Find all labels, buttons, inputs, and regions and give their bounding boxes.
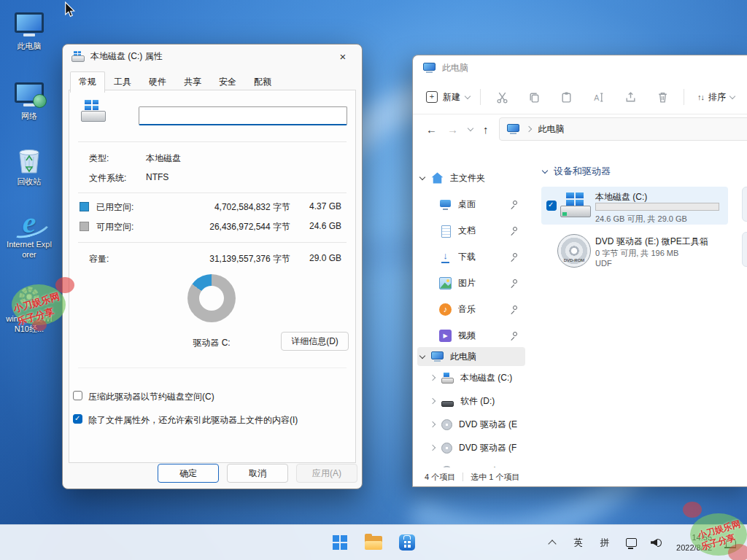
capacity-label: 容量:: [89, 253, 109, 265]
gear-icon: [6, 281, 53, 312]
drive-tile-dvd-e[interactable]: DVD-ROM DVD 驱动器 (E:) 微PE工具箱 0 字节 可用, 共 1…: [541, 230, 728, 271]
item-checkbox[interactable]: [546, 201, 557, 211]
sidebar-item-this-pc[interactable]: 此电脑: [417, 347, 525, 366]
desktop-icon-this-pc[interactable]: 此电脑: [6, 9, 53, 52]
tab-hardware[interactable]: 硬件: [140, 71, 175, 93]
tab-sharing[interactable]: 共享: [175, 71, 210, 93]
sidebar-item-home[interactable]: 主文件夹: [417, 166, 525, 190]
volume-label-input[interactable]: [139, 106, 347, 125]
up-button[interactable]: ↑: [483, 123, 489, 136]
dialog-tabs: 常规 工具 硬件 共享 安全 配额: [70, 71, 280, 93]
details-button[interactable]: 详细信息(D): [281, 332, 349, 351]
paste-button[interactable]: [555, 86, 577, 108]
cancel-button[interactable]: 取消: [227, 464, 288, 483]
chevron-down-icon: [542, 167, 548, 173]
dialog-titlebar[interactable]: 本地磁盘 (C:) 属性: [63, 44, 362, 68]
explorer-toolbar: + 新建 A ↑↓: [413, 80, 747, 114]
sidebar-item-label: 本地磁盘 (C:): [460, 372, 512, 384]
desktop-icon-label: win11恢复WIN10经...: [6, 314, 53, 335]
pictures-icon: [439, 277, 452, 289]
sidebar-item-pictures[interactable]: 图片: [417, 271, 525, 295]
taskbar-file-explorer[interactable]: [359, 528, 388, 557]
taskbar-clock[interactable]: 14:55 2022/8/12: [672, 532, 716, 553]
drive-tile-local-disk-c[interactable]: 本地磁盘 (C:) 24.6 GB 可用, 共 29.0 GB: [541, 187, 728, 225]
ime-language-indicator[interactable]: 英: [567, 529, 590, 556]
sort-icon: ↑↓: [697, 93, 704, 101]
delete-button[interactable]: [651, 86, 673, 108]
tab-tools[interactable]: 工具: [105, 71, 140, 93]
sidebar-item-videos[interactable]: ▶ 视频: [417, 324, 525, 347]
sidebar-item-documents[interactable]: 文档: [417, 219, 525, 242]
desktop-icon-internet-explorer[interactable]: e Internet Explorer: [6, 207, 53, 260]
this-pc-icon: [423, 63, 436, 73]
sort-button-label: 排序: [708, 91, 726, 104]
tab-security[interactable]: 安全: [210, 71, 245, 93]
sidebar-item-dvd-g[interactable]: DVD 驱动器 (: [417, 459, 525, 467]
free-space-row: 可用空间: 26,436,972,544 字节 24.6 GB: [69, 221, 355, 233]
copy-button[interactable]: [523, 86, 545, 108]
group-header-devices[interactable]: 设备和驱动器: [543, 165, 611, 178]
checkbox-icon[interactable]: [73, 391, 82, 400]
chevron-down-icon: [729, 93, 735, 98]
forward-button[interactable]: →: [447, 123, 458, 136]
tray-overflow-button[interactable]: [541, 529, 564, 556]
desktop-icon-label: 网络: [6, 112, 53, 122]
speaker-icon: [651, 537, 664, 548]
explorer-titlebar[interactable]: 此电脑: [413, 55, 747, 80]
drive-caption: 驱动器 C:: [179, 337, 244, 349]
pin-icon: [510, 306, 518, 314]
sidebar-item-label: DVD 驱动器 (F: [459, 442, 516, 454]
sidebar-item-dvd-f[interactable]: DVD 驱动器 (F: [417, 436, 525, 459]
rename-button[interactable]: A: [587, 86, 609, 108]
share-button[interactable]: [619, 86, 641, 108]
new-button[interactable]: + 新建: [426, 91, 470, 104]
internet-explorer-icon: e: [6, 207, 53, 238]
sidebar-item-downloads[interactable]: ↓ 下载: [417, 245, 525, 268]
history-dropdown-icon[interactable]: [468, 125, 473, 131]
apply-button[interactable]: 应用(A): [296, 464, 357, 483]
sidebar-item-desktop[interactable]: 桌面: [417, 192, 525, 216]
network-icon[interactable]: [619, 529, 643, 556]
sort-button[interactable]: ↑↓ 排序: [697, 91, 735, 104]
desktop-icon-win11-restore[interactable]: win11恢复WIN10经...: [6, 281, 53, 335]
ime-mode-indicator[interactable]: 拼: [593, 529, 616, 556]
general-tab-panel: 类型: 本地磁盘 文件系统: NTFS 已用空间: 4,702,584,832 …: [69, 90, 356, 463]
chevron-right-icon: [430, 398, 436, 404]
globe-icon: [33, 94, 47, 108]
back-button[interactable]: ←: [426, 123, 437, 136]
tab-quota[interactable]: 配额: [245, 71, 280, 93]
sidebar-item-drive-d[interactable]: 软件 (D:): [417, 389, 525, 413]
sidebar-item-local-disk-c[interactable]: 本地磁盘 (C:): [417, 366, 525, 389]
start-button[interactable]: [325, 528, 355, 557]
taskbar-store[interactable]: [392, 528, 422, 557]
windows-logo-icon: [333, 535, 347, 550]
cut-button[interactable]: [491, 86, 513, 108]
index-checkbox-row[interactable]: 除了文件属性外，还允许索引此驱动器上文件的内容(I): [73, 414, 348, 427]
filesystem-value: NTFS: [146, 172, 169, 182]
desktop-icon-network[interactable]: 网络: [6, 79, 53, 122]
volume-icon[interactable]: [646, 529, 669, 556]
sidebar-item-label: 主文件夹: [450, 172, 485, 184]
compress-checkbox-row[interactable]: 压缩此驱动器以节约磁盘空间(C): [73, 391, 348, 403]
chevron-down-icon: [419, 174, 425, 179]
address-bar[interactable]: 此电脑: [499, 117, 747, 141]
used-space-label: 已用空间:: [96, 201, 133, 214]
breadcrumb[interactable]: 此电脑: [538, 123, 565, 136]
checkbox-checked-icon[interactable]: [73, 414, 82, 424]
notification-button[interactable]: [719, 529, 743, 556]
chevron-up-icon: [548, 540, 556, 548]
desktop-icon-recycle-bin[interactable]: 回收站: [6, 144, 53, 187]
video-icon: ▶: [439, 330, 452, 342]
drive-icon: [71, 51, 85, 62]
drive-info: 0 字节 可用, 共 196 MB: [595, 248, 678, 259]
chevron-down-icon: [465, 93, 471, 98]
ok-button[interactable]: 确定: [158, 464, 219, 483]
sidebar-item-music[interactable]: ♪ 音乐: [417, 298, 525, 321]
free-space-label: 可用空间:: [96, 221, 133, 233]
tab-general[interactable]: 常规: [70, 71, 105, 93]
sidebar-item-dvd-e[interactable]: DVD 驱动器 (E: [417, 413, 525, 436]
network-icon: [6, 79, 53, 109]
compress-checkbox-label: 压缩此驱动器以节约磁盘空间(C): [88, 391, 214, 403]
pin-icon: [510, 253, 518, 261]
close-button[interactable]: ×: [331, 48, 355, 65]
